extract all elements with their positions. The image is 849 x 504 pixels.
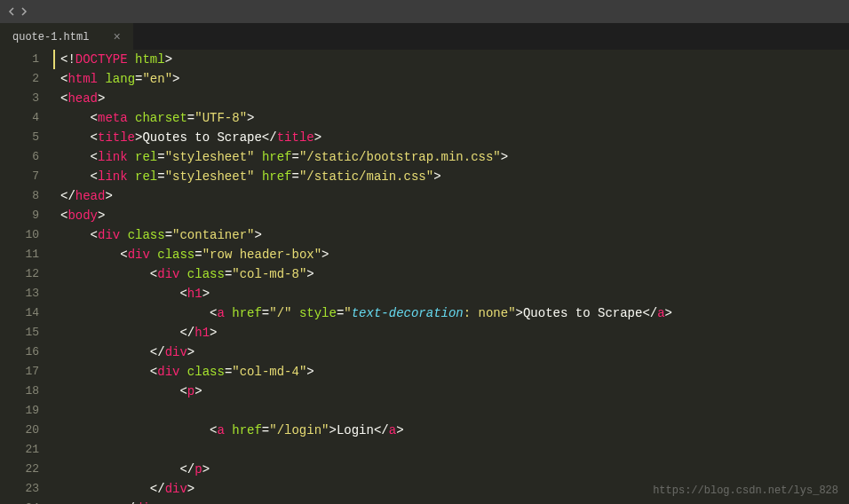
line-number: 9 [0,206,39,225]
code-line: </div> [60,343,849,362]
line-number: 19 [0,401,39,421]
line-number: 2 [0,69,39,89]
watermark-text: https://blog.csdn.net/lys_828 [653,484,838,497]
code-line: <title>Quotes to Scrape</title> [60,128,849,147]
tab-bar: quote-1.html × [0,23,849,50]
code-line: <a href="/login">Login</a> [60,421,849,440]
close-icon[interactable]: × [114,30,121,44]
code-line: <link rel="stylesheet" href="/static/boo… [60,147,849,167]
nav-buttons [0,7,36,16]
code-line: <link rel="stylesheet" href="/static/mai… [60,167,849,186]
code-line [60,440,849,460]
code-line: <!DOCTYPE html> [60,50,849,69]
title-bar [0,0,849,23]
line-number: 1 [0,50,39,69]
line-number: 7 [0,167,39,186]
line-number: 16 [0,343,39,362]
line-number: 20 [0,421,39,440]
code-line: <div class="row header-box"> [60,245,849,264]
code-line: <html lang="en"> [60,69,849,89]
code-line: <meta charset="UTF-8"> [60,108,849,128]
line-number: 3 [0,89,39,108]
line-number: 15 [0,323,39,343]
nav-back-icon[interactable] [8,7,17,16]
code-line: <div class="col-md-8"> [60,264,849,284]
line-number: 18 [0,382,39,401]
nav-fwd-icon[interactable] [19,7,28,16]
code-line: <div class="col-md-4"> [60,362,849,382]
editor-pane: 1 2 3 4 5 6 7 8 9 10 11 12 13 14 15 16 1… [0,50,849,504]
code-line: </p> [60,460,849,479]
line-number: 11 [0,245,39,264]
line-number: 23 [0,479,39,499]
line-number: 22 [0,460,39,479]
line-gutter: 1 2 3 4 5 6 7 8 9 10 11 12 13 14 15 16 1… [0,50,53,504]
code-line: <h1> [60,284,849,303]
code-line: </h1> [60,323,849,343]
line-number: 21 [0,440,39,460]
line-number: 14 [0,303,39,323]
code-line: <p> [60,382,849,401]
code-line: <body> [60,206,849,225]
line-number: 5 [0,128,39,147]
code-area[interactable]: <!DOCTYPE html> <html lang="en"> <head> … [53,50,849,504]
line-number: 6 [0,147,39,167]
line-number: 24 [0,499,39,504]
code-line: <head> [60,89,849,108]
code-line: <div class="container"> [60,225,849,245]
line-number: 4 [0,108,39,128]
tab-file[interactable]: quote-1.html × [0,23,133,50]
line-number: 12 [0,264,39,284]
line-number: 17 [0,362,39,382]
code-line: <a href="/" style="text-decoration: none… [60,303,849,323]
line-number: 10 [0,225,39,245]
code-line [60,401,849,421]
code-line: </div> [60,499,849,504]
code-line: </head> [60,186,849,206]
line-number: 13 [0,284,39,303]
line-number: 8 [0,186,39,206]
tab-filename: quote-1.html [12,31,98,43]
